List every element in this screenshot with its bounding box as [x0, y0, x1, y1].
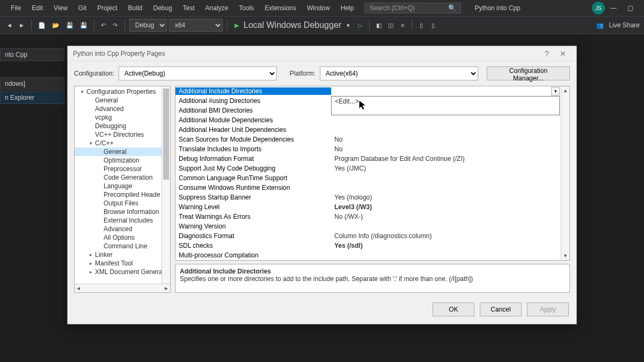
- property-row[interactable]: Translate Includes to ImportsNo: [175, 144, 569, 154]
- scroll-up-icon[interactable]: ▲: [561, 86, 569, 95]
- property-row[interactable]: Consume Windows Runtime Extension: [175, 183, 569, 193]
- save-all-icon[interactable]: 💾: [78, 19, 90, 31]
- property-value[interactable]: No (/WX-): [331, 213, 569, 220]
- edit-dropdown[interactable]: <Edit...>: [331, 96, 560, 115]
- menu-analyze[interactable]: Analyze: [200, 4, 234, 12]
- tree-caret-icon[interactable]: ▾: [90, 141, 95, 146]
- property-value[interactable]: Yes (/JMC): [331, 165, 569, 172]
- menu-edit[interactable]: Edit: [26, 4, 48, 12]
- tree-node[interactable]: Preprocessor: [75, 165, 170, 173]
- property-value[interactable]: Level3 (/W3): [331, 203, 569, 211]
- property-row[interactable]: Common Language RunTime Support: [175, 173, 569, 183]
- tree-node[interactable]: Advanced: [75, 105, 170, 113]
- save-icon[interactable]: 💾: [64, 19, 76, 31]
- tree-node[interactable]: Code Generation: [75, 173, 170, 182]
- property-row[interactable]: Treat Warnings As ErrorsNo (/WX-): [175, 212, 569, 221]
- tree-node[interactable]: Language: [75, 182, 170, 190]
- start-nodebug-icon[interactable]: ▷: [355, 19, 365, 31]
- dialog-titlebar[interactable]: Python into Cpp Property Pages ? ✕: [68, 46, 576, 61]
- property-value[interactable]: Yes (/nologo): [331, 194, 569, 201]
- platform-select[interactable]: x64: [169, 19, 223, 32]
- tree-node[interactable]: Output Files: [75, 199, 170, 208]
- tree-node[interactable]: External Includes: [75, 216, 170, 225]
- tree-scrollbar[interactable]: [162, 86, 170, 284]
- property-row[interactable]: Additional Header Unit Dependencies: [175, 125, 569, 135]
- tree-node[interactable]: Browse Information: [75, 208, 170, 216]
- property-row[interactable]: Multi-processor Compilation: [175, 250, 569, 260]
- tree-hscroll[interactable]: ◄►: [75, 284, 170, 292]
- menu-extensions[interactable]: Extensions: [259, 4, 302, 12]
- tree-caret-icon[interactable]: ▾: [81, 89, 86, 94]
- property-dropdown-icon[interactable]: ▾: [551, 87, 560, 95]
- doc-tab[interactable]: nto Cpp: [0, 48, 64, 61]
- menu-window[interactable]: Window: [302, 4, 335, 12]
- property-value[interactable]: Program Database for Edit And Continue (…: [331, 155, 569, 162]
- property-value[interactable]: No: [331, 136, 569, 143]
- redo-icon[interactable]: ↷: [111, 19, 120, 31]
- property-row[interactable]: Diagnostics FormatColumn Info (/diagnost…: [175, 231, 569, 241]
- property-row[interactable]: Suppress Startup BannerYes (/nologo): [175, 193, 569, 202]
- property-value[interactable]: Column Info (/diagnostics:column): [331, 232, 569, 240]
- configuration-select[interactable]: Active(Debug): [119, 67, 277, 80]
- apply-button[interactable]: Apply: [527, 302, 569, 316]
- property-value[interactable]: Yes (/sdl): [331, 242, 569, 249]
- live-share-label[interactable]: Live Share: [609, 21, 640, 29]
- tree-node[interactable]: Optimization: [75, 156, 170, 165]
- tree-node[interactable]: Debugging: [75, 122, 170, 130]
- tree-caret-icon[interactable]: ▸: [90, 252, 95, 257]
- tree-node[interactable]: ▸Manifest Tool: [75, 259, 170, 268]
- start-debug-icon[interactable]: ▶: [232, 19, 241, 31]
- tree-caret-icon[interactable]: ▸: [90, 261, 95, 266]
- debugger-label[interactable]: Local Windows Debugger: [244, 20, 341, 30]
- help-icon[interactable]: ?: [539, 49, 555, 58]
- tree-node[interactable]: VC++ Directories: [75, 130, 170, 139]
- toolbar-misc-icon[interactable]: ▯: [428, 19, 438, 31]
- toolbar-misc-icon[interactable]: ≡: [398, 19, 407, 31]
- tree-node[interactable]: General: [75, 147, 170, 156]
- tree-node[interactable]: Command Line: [75, 242, 170, 250]
- tree-caret-icon[interactable]: ▸: [90, 269, 95, 275]
- tree-node[interactable]: General: [75, 96, 170, 105]
- menu-project[interactable]: Project: [92, 4, 122, 12]
- toolbar-misc-icon[interactable]: ▯: [416, 19, 426, 31]
- tree-node[interactable]: All Options: [75, 233, 170, 242]
- property-row[interactable]: Enable Address SanitizerNo: [175, 260, 569, 261]
- property-row[interactable]: Additional Module Dependencies: [175, 115, 569, 125]
- menu-view[interactable]: View: [48, 4, 73, 12]
- tree-node[interactable]: Precompiled Heade: [75, 190, 170, 199]
- ok-button[interactable]: OK: [433, 302, 474, 316]
- property-row[interactable]: Warning LevelLevel3 (/W3): [175, 202, 569, 212]
- property-value[interactable]: No: [331, 145, 569, 153]
- debug-dropdown-icon[interactable]: ▾: [343, 19, 353, 31]
- toolbar-misc-icon[interactable]: ◫: [386, 19, 396, 31]
- property-row[interactable]: Warning Version: [175, 221, 569, 231]
- scroll-down-icon[interactable]: ▼: [561, 252, 569, 260]
- nav-back-icon[interactable]: ◄: [4, 19, 14, 31]
- tree-node[interactable]: vcpkg: [75, 113, 170, 122]
- menu-git[interactable]: Git: [73, 4, 92, 12]
- configuration-manager-button[interactable]: Configuration Manager...: [487, 67, 570, 80]
- win-minimize-icon[interactable]: —: [605, 4, 622, 12]
- tree-node[interactable]: ▸XML Document Genera: [75, 268, 170, 276]
- menu-build[interactable]: Build: [123, 4, 148, 12]
- nav-fwd-icon[interactable]: ►: [17, 19, 27, 31]
- tree-node[interactable]: ▾C/C++: [75, 139, 170, 147]
- toolbar-misc-icon[interactable]: ◧: [374, 19, 384, 31]
- win-maximize-icon[interactable]: ▢: [622, 4, 639, 12]
- menu-test[interactable]: Test: [178, 4, 200, 12]
- property-row[interactable]: SDL checksYes (/sdl): [175, 241, 569, 250]
- undo-icon[interactable]: ↶: [99, 19, 108, 31]
- user-avatar[interactable]: JS: [592, 2, 605, 14]
- new-item-icon[interactable]: 📄: [36, 19, 48, 31]
- tree-node[interactable]: Advanced: [75, 225, 170, 233]
- config-select[interactable]: Debug: [129, 19, 167, 32]
- property-row[interactable]: Additional Include Directories: [175, 86, 569, 96]
- menu-debug[interactable]: Debug: [148, 4, 177, 12]
- menu-help[interactable]: Help: [335, 4, 360, 12]
- menu-tools[interactable]: Tools: [233, 4, 259, 12]
- tree-node[interactable]: ▸Linker: [75, 250, 170, 259]
- cancel-button[interactable]: Cancel: [480, 302, 522, 316]
- tree-node[interactable]: ▾Configuration Properties: [75, 87, 170, 96]
- property-row[interactable]: Scan Sources for Module DependenciesNo: [175, 135, 569, 144]
- solution-explorer-tab[interactable]: n Explorer: [0, 91, 64, 104]
